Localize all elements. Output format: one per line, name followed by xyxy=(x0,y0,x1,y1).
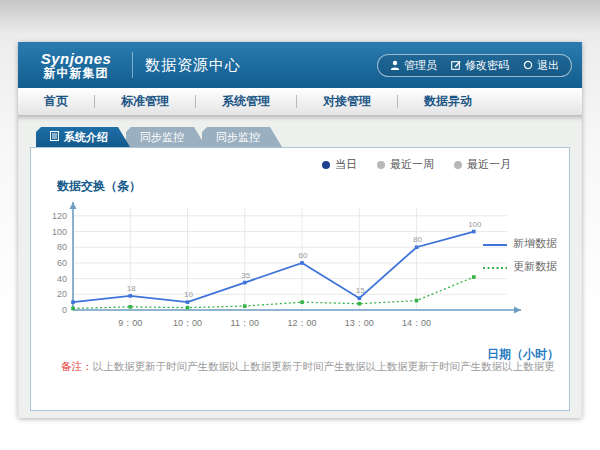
legend-entry-0: 新增数据 xyxy=(483,236,557,251)
svg-text:14：00: 14：00 xyxy=(402,318,431,328)
radio-dot-icon xyxy=(377,161,385,169)
chart-canvas: 0204060801001209：0010：0011：0012：0013：001… xyxy=(49,192,554,342)
change-password-button[interactable]: 修改密码 xyxy=(451,58,509,73)
range-option-2[interactable]: 最近一月 xyxy=(454,157,511,172)
range-selector: 当日最近一周最近一月 xyxy=(322,157,511,172)
nav-item-4[interactable]: 数据异动 xyxy=(398,93,498,110)
edit-icon xyxy=(451,60,461,70)
svg-text:0: 0 xyxy=(62,305,67,315)
svg-text:10：00: 10：00 xyxy=(173,318,202,328)
header-divider xyxy=(132,52,133,78)
svg-text:10: 10 xyxy=(184,290,193,299)
svg-text:100: 100 xyxy=(52,227,67,237)
radio-dot-icon xyxy=(322,161,330,169)
radio-dot-icon xyxy=(454,161,462,169)
note-text: 以上数据更新于时间产生数据以上数据更新于时间产生数据以上数据更新于时间产生数据以… xyxy=(93,360,556,372)
svg-text:40: 40 xyxy=(57,274,67,284)
nav-item-2[interactable]: 系统管理 xyxy=(196,93,296,110)
svg-text:60: 60 xyxy=(299,251,308,260)
content-area: 系统介绍同步监控同步监控 当日最近一周最近一月 数据交换（条） 02040608… xyxy=(18,116,582,418)
line-chart: 0204060801001209：0010：0011：0012：0013：001… xyxy=(49,192,554,346)
legend-swatch-icon xyxy=(483,238,507,250)
svg-text:80: 80 xyxy=(57,242,67,252)
document-icon xyxy=(50,127,59,147)
legend-label: 新增数据 xyxy=(513,236,557,251)
user-label: 管理员 xyxy=(404,58,437,73)
svg-text:9：00: 9：00 xyxy=(118,318,142,328)
logout-label: 退出 xyxy=(537,58,559,73)
app-window: Synjones 新中新集团 数据资源中心 管理员 修改密码 xyxy=(18,42,582,418)
svg-text:35: 35 xyxy=(241,271,250,280)
svg-text:11：00: 11：00 xyxy=(231,318,259,328)
svg-text:60: 60 xyxy=(57,258,67,268)
nav-item-3[interactable]: 对接管理 xyxy=(297,93,397,110)
app-header: Synjones 新中新集团 数据资源中心 管理员 修改密码 xyxy=(18,42,582,88)
range-option-label: 最近一周 xyxy=(390,157,434,172)
svg-text:20: 20 xyxy=(57,289,67,299)
svg-text:13：00: 13：00 xyxy=(345,318,374,328)
legend-label: 更新数据 xyxy=(513,259,557,274)
company-logo: Synjones 新中新集团 xyxy=(28,51,124,79)
svg-text:12：00: 12：00 xyxy=(288,318,317,328)
svg-text:100: 100 xyxy=(468,220,482,229)
tab-1[interactable]: 同步监控 xyxy=(126,127,206,147)
note-label: 备注： xyxy=(61,360,93,372)
logo-brand-text: Synjones xyxy=(28,51,124,67)
tab-label: 系统介绍 xyxy=(64,127,108,147)
nav-item-0[interactable]: 首页 xyxy=(18,93,94,110)
svg-text:18: 18 xyxy=(127,284,136,293)
legend-entry-1: 更新数据 xyxy=(483,259,557,274)
user-menu[interactable]: 管理员 xyxy=(390,58,437,73)
chart-panel: 当日最近一周最近一月 数据交换（条） 0204060801001209：0010… xyxy=(30,147,570,411)
logout-icon xyxy=(523,60,533,70)
logout-button[interactable]: 退出 xyxy=(523,58,559,73)
svg-text:80: 80 xyxy=(413,235,422,244)
tab-2[interactable]: 同步监控 xyxy=(202,127,282,147)
nav-item-1[interactable]: 标准管理 xyxy=(95,93,195,110)
footer-note: 备注：以上数据更新于时间产生数据以上数据更新于时间产生数据以上数据更新于时间产生… xyxy=(61,360,555,374)
navbar: 首页标准管理系统管理对接管理数据异动 xyxy=(18,88,582,116)
user-icon xyxy=(390,60,400,70)
user-toolbar: 管理员 修改密码 退出 xyxy=(377,54,572,77)
range-option-0[interactable]: 当日 xyxy=(322,157,357,172)
change-password-label: 修改密码 xyxy=(465,58,509,73)
range-option-1[interactable]: 最近一周 xyxy=(377,157,434,172)
tab-0[interactable]: 系统介绍 xyxy=(36,127,130,147)
series-legend: 新增数据更新数据 xyxy=(483,236,557,282)
range-option-label: 最近一月 xyxy=(467,157,511,172)
svg-text:120: 120 xyxy=(52,211,67,221)
logo-cn-text: 新中新集团 xyxy=(28,67,124,80)
tab-label: 同步监控 xyxy=(140,131,184,143)
svg-text:15: 15 xyxy=(356,286,365,295)
app-title: 数据资源中心 xyxy=(145,56,241,75)
legend-swatch-icon xyxy=(483,261,507,273)
range-option-label: 当日 xyxy=(335,157,357,172)
tab-label: 同步监控 xyxy=(216,131,260,143)
tab-bar: 系统介绍同步监控同步监控 xyxy=(36,127,570,147)
